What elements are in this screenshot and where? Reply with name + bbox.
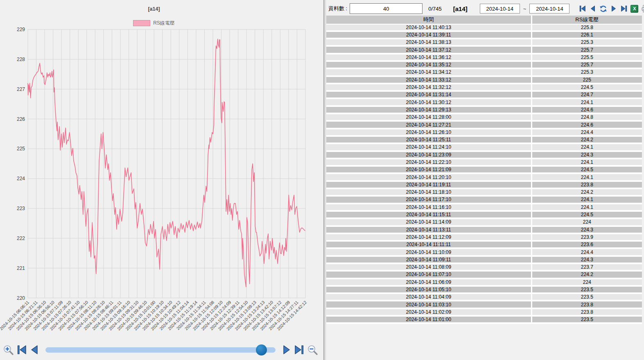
y-tick-label: 224 xyxy=(17,176,25,181)
cell-voltage: 223.5 xyxy=(532,294,642,300)
previous-record-icon[interactable] xyxy=(589,5,597,12)
table-row[interactable]: 2024-10-14 11:05:10223.5 xyxy=(326,287,642,294)
table-row[interactable]: 2024-10-14 11:26:10224.4 xyxy=(326,129,642,137)
table-row[interactable]: 2024-10-14 11:39:11226.1 xyxy=(326,32,642,39)
last-record-icon[interactable] xyxy=(620,5,628,12)
first-record-icon[interactable] xyxy=(579,5,586,12)
cell-voltage: 224.2 xyxy=(532,189,642,195)
table-row[interactable]: 2024-10-14 11:22:10224.1 xyxy=(326,159,642,167)
table-row[interactable]: 2024-10-14 11:33:12225 xyxy=(326,77,642,84)
table-row[interactable]: 2024-10-14 11:04:09223.5 xyxy=(326,294,642,301)
cell-time: 2024-10-14 11:36:12 xyxy=(326,54,532,60)
cell-voltage: 225.5 xyxy=(532,54,642,60)
cell-voltage: 223.5 xyxy=(532,317,642,322)
slider-thumb[interactable] xyxy=(256,344,267,355)
table-row[interactable]: 2024-10-14 11:19:11223.8 xyxy=(326,182,642,189)
table-row[interactable]: 2024-10-14 11:24:10224.1 xyxy=(326,144,642,152)
table-row[interactable]: 2024-10-14 11:25:11224.2 xyxy=(326,137,642,144)
cell-time: 2024-10-14 11:13:11 xyxy=(326,227,532,233)
table-row[interactable]: 2024-10-14 11:37:12225.7 xyxy=(326,47,642,54)
channel-tag: [a14] xyxy=(453,5,468,12)
table-row[interactable]: 2024-10-14 11:31:14224.7 xyxy=(326,92,642,99)
table-row[interactable]: 2024-10-14 11:27:21224.6 xyxy=(326,122,642,129)
cell-voltage: 225.7 xyxy=(532,62,642,68)
table-row[interactable]: 2024-10-14 11:21:09224.5 xyxy=(326,167,642,174)
table-row[interactable]: 2024-10-14 11:15:11224.5 xyxy=(326,212,642,219)
y-tick-label: 223 xyxy=(17,206,25,211)
table-row[interactable]: 2024-10-14 11:35:12225.7 xyxy=(326,62,642,69)
cell-voltage: 225.8 xyxy=(532,25,642,30)
table-row[interactable]: 2024-10-14 11:13:11224.3 xyxy=(326,227,642,234)
refresh-icon[interactable] xyxy=(599,5,607,13)
table-row[interactable]: 2024-10-14 11:09:11224.3 xyxy=(326,257,642,264)
table-row[interactable]: 2024-10-14 11:01:00223.5 xyxy=(326,317,642,324)
next-record-icon[interactable] xyxy=(610,5,617,12)
cell-time: 2024-10-14 11:03:10 xyxy=(326,301,532,307)
table-row[interactable]: 2024-10-14 11:40:13225.8 xyxy=(326,25,642,32)
cell-time: 2024-10-14 11:27:21 xyxy=(326,122,532,127)
table-row[interactable]: 2024-10-14 11:10:09224.4 xyxy=(326,249,642,256)
cell-voltage: 224.6 xyxy=(532,107,642,113)
table-row[interactable]: 2024-10-14 11:32:12224.5 xyxy=(326,84,642,92)
cell-time: 2024-10-14 11:15:11 xyxy=(326,212,532,217)
y-tick-label: 221 xyxy=(17,265,25,271)
next-button[interactable] xyxy=(281,344,291,355)
cell-time: 2024-10-14 11:01:00 xyxy=(326,317,532,322)
cell-voltage: 224 xyxy=(532,279,642,285)
table-row[interactable]: 2024-10-14 11:02:09223.8 xyxy=(326,309,642,317)
record-count-input[interactable] xyxy=(350,3,423,14)
table-row[interactable]: 2024-10-14 11:03:10223.8 xyxy=(326,301,642,309)
last-page-button[interactable] xyxy=(294,344,305,355)
cell-time: 2024-10-14 11:38:13 xyxy=(326,39,532,45)
previous-button[interactable] xyxy=(29,344,40,355)
table-row[interactable]: 2024-10-14 11:38:13225.3 xyxy=(326,39,642,47)
date-from-input[interactable] xyxy=(480,4,520,14)
cell-voltage: 224.8 xyxy=(532,114,642,120)
table-row[interactable]: 2024-10-14 11:20:10224.1 xyxy=(326,174,642,181)
table-row[interactable]: 2024-10-14 11:06:09224 xyxy=(326,279,642,287)
y-tick-label: 222 xyxy=(17,235,25,241)
cell-time: 2024-10-14 11:16:10 xyxy=(326,204,532,210)
table-row[interactable]: 2024-10-14 11:23:09224.3 xyxy=(326,152,642,159)
date-to-input[interactable] xyxy=(529,4,569,14)
table-row[interactable]: 2024-10-14 11:07:10224.2 xyxy=(326,272,642,279)
zoom-out-icon[interactable] xyxy=(307,344,318,355)
cell-voltage: 226.1 xyxy=(532,32,642,38)
cell-time: 2024-10-14 11:11:11 xyxy=(326,242,532,247)
time-scroll-slider[interactable] xyxy=(45,347,276,353)
data-panel: 資料數 : 0/745 [a14] ~ xyxy=(323,0,644,360)
export-excel-icon[interactable]: X xyxy=(630,5,638,13)
cell-voltage: 224.1 xyxy=(532,99,642,105)
cell-voltage: 223.6 xyxy=(532,242,642,247)
table-row[interactable]: 2024-10-14 11:08:09223.7 xyxy=(326,264,642,272)
date-range-tilde: ~ xyxy=(523,6,526,12)
table-row[interactable]: 2024-10-14 11:11:11223.6 xyxy=(326,242,642,249)
y-tick-label: 220 xyxy=(17,295,25,301)
table-row[interactable]: 2024-10-14 11:30:12224.1 xyxy=(326,99,642,106)
table-row[interactable]: 2024-10-14 11:18:10224.2 xyxy=(326,189,642,197)
table-row[interactable]: 2024-10-14 11:14:09224 xyxy=(326,219,642,226)
cell-time: 2024-10-14 11:37:12 xyxy=(326,47,532,52)
table-row[interactable]: 2024-10-14 11:29:13224.6 xyxy=(326,107,642,114)
print-icon[interactable] xyxy=(641,5,644,13)
app-window: [a14] RS線電壓 2292282272262252242232222212… xyxy=(0,0,644,360)
cell-voltage: 223.7 xyxy=(532,264,642,270)
first-page-button[interactable] xyxy=(16,344,27,355)
table-row[interactable]: 2024-10-14 11:36:12225.5 xyxy=(326,54,642,62)
panel-divider xyxy=(323,0,326,360)
cell-voltage: 224.1 xyxy=(532,174,642,180)
table-row[interactable]: 2024-10-14 11:12:09223.9 xyxy=(326,234,642,242)
table-row[interactable]: 2024-10-14 11:17:10224.1 xyxy=(326,197,642,204)
cell-voltage: 224.5 xyxy=(532,212,642,217)
cell-voltage: 224.5 xyxy=(532,167,642,172)
table-row[interactable]: 2024-10-14 11:16:10224.1 xyxy=(326,204,642,212)
y-tick-label: 229 xyxy=(17,27,25,32)
cell-voltage: 225 xyxy=(532,77,642,83)
table-row[interactable]: 2024-10-14 11:28:00224.8 xyxy=(326,114,642,122)
data-table: 時間 RS線電壓 2024-10-14 11:40:13225.82024-10… xyxy=(326,16,642,324)
zoom-in-icon[interactable] xyxy=(3,344,14,355)
cell-voltage: 224.6 xyxy=(532,122,642,127)
cell-time: 2024-10-14 11:40:13 xyxy=(326,25,532,30)
table-row[interactable]: 2024-10-14 11:34:12225.3 xyxy=(326,69,642,77)
chart-controls xyxy=(2,341,319,358)
